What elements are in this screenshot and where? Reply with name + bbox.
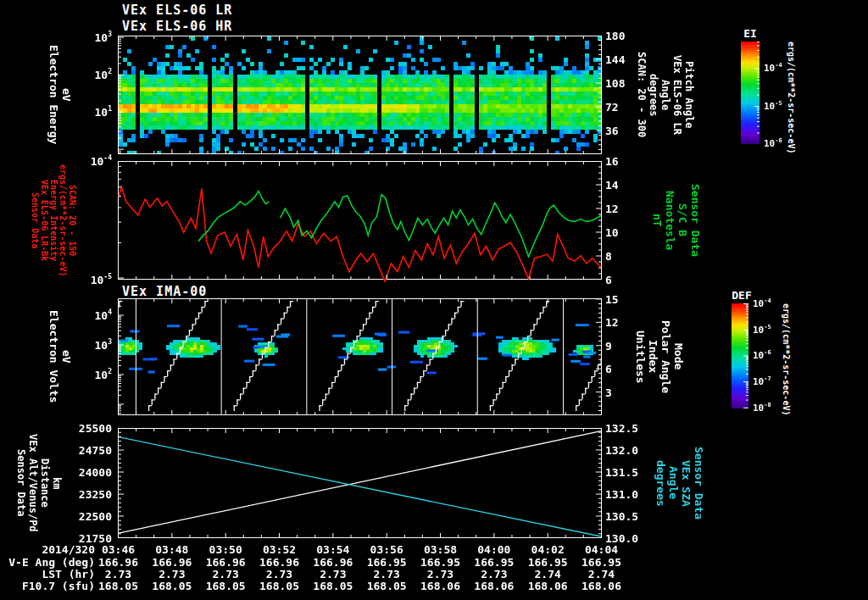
els-y-axis-label-line: Electron Energy xyxy=(47,36,60,154)
els-pitch-angle-label-line: Pitch Angle xyxy=(683,36,695,154)
els-title-line1: VEx ELS-06 LR xyxy=(122,3,232,18)
bfield-label-line: Nanotesla xyxy=(664,161,676,280)
sza-label-line: VEx SZA xyxy=(680,428,693,538)
ima-mode-label-line: Mode xyxy=(672,298,685,415)
colorbar-tick-label: 10-5 xyxy=(753,324,771,336)
distance-tick: 25500 xyxy=(32,422,112,435)
footer-value: 2.73 xyxy=(105,568,131,581)
els-pitch-tick: 144 xyxy=(605,53,665,66)
sza-tick: 132.0 xyxy=(605,444,665,457)
distance-tick: 22500 xyxy=(32,510,112,523)
els-colorbar-title: EI xyxy=(737,27,764,40)
ima-energy-tick: 104 xyxy=(32,308,112,321)
bfield-tick: 12 xyxy=(605,203,665,215)
footer-value: 166.96 xyxy=(313,556,353,569)
time-tick-label: 03:50 xyxy=(209,543,242,556)
time-tick-label: 04:02 xyxy=(531,543,565,556)
intensity-bfield-plot xyxy=(119,162,601,279)
sza-tick: 131.0 xyxy=(605,488,665,501)
footer-value: 2.73 xyxy=(374,568,400,581)
footer-value: 168.05 xyxy=(98,580,138,592)
footer-value: 2.73 xyxy=(266,568,292,581)
footer-value: 168.05 xyxy=(367,580,407,592)
time-tick-label: 03:54 xyxy=(316,543,349,556)
els-pitch-tick: 72 xyxy=(605,101,665,114)
bfield-tick: 16 xyxy=(605,155,665,168)
els-pitch-tick: 108 xyxy=(605,77,665,90)
ima-energy-tick: 103 xyxy=(32,338,112,351)
footer-row-label: V-E Ang (deg) xyxy=(0,556,95,569)
distance-tick: 24000 xyxy=(32,466,112,479)
els-y-axis-label-line: eV xyxy=(60,36,73,154)
els-energy-tick: 101 xyxy=(32,106,112,119)
time-tick-label: 03:46 xyxy=(102,543,135,556)
els-title-line2: VEx ELS-06 HR xyxy=(122,19,232,34)
footer-value: 168.05 xyxy=(152,580,192,592)
els-intensity-label-line: Sensor Data xyxy=(31,161,40,280)
els-intensity-label-line: Energy Intensity xyxy=(49,161,58,280)
footer-value: 168.05 xyxy=(259,580,299,592)
sza-label-line: Sensor Data xyxy=(693,428,705,538)
footer-value: 168.05 xyxy=(206,580,246,592)
ima-index-tick: 12 xyxy=(605,316,665,329)
ima-title: VEx IMA-00 xyxy=(122,284,207,299)
ephemeris-plot xyxy=(119,429,601,537)
els-intensity-label-line: SCAN: 20 - 150 xyxy=(68,161,77,280)
time-tick-label: 03:58 xyxy=(424,543,457,556)
time-tick-label: 04:04 xyxy=(585,543,618,556)
els-energy-tick: 102 xyxy=(32,69,112,81)
els-intensity-label-line: VEx ELS-06 LR-Bk xyxy=(40,161,49,280)
time-tick-label: 04:00 xyxy=(477,543,510,556)
footer-value: 166.96 xyxy=(259,556,299,569)
distance-tick: 23250 xyxy=(32,488,112,501)
els-colorbar xyxy=(741,42,760,144)
ima-colorbar xyxy=(732,303,748,408)
colorbar-tick-label: 10-7 xyxy=(753,375,771,387)
footer-value: 168.05 xyxy=(313,580,353,592)
sza-tick: 130.5 xyxy=(605,510,665,523)
series-distance xyxy=(119,431,601,534)
sza-label-line: Angle xyxy=(667,428,680,538)
ima-energy-tick: 102 xyxy=(32,368,112,381)
series-energy_intensity xyxy=(119,187,601,282)
ima-index-tick: 9 xyxy=(605,339,665,352)
ima-spectrogram-panel xyxy=(118,298,602,415)
series-magnetic_field_B xyxy=(198,192,270,242)
footer-value: 166.95 xyxy=(474,556,514,569)
els-intensity-label-line: ergs/(cm**2-sr-sec-eV) xyxy=(58,161,68,280)
footer-value: 166.96 xyxy=(152,556,192,569)
intensity-tick: 10-5 xyxy=(32,273,112,286)
els-spectrogram-canvas xyxy=(119,36,601,153)
ima-index-tick: 15 xyxy=(605,292,665,305)
distance-tick: 24750 xyxy=(32,444,112,457)
els-colorbar-unit: ergs/(cm**2-sr-sec-eV) xyxy=(787,42,796,144)
intensity-bfield-panel xyxy=(118,161,602,280)
distance-label-line: Sensor Data xyxy=(15,428,27,538)
footer-value: 166.95 xyxy=(528,556,568,569)
colorbar-tick-label: 10-6 xyxy=(753,350,771,362)
ephemeris-panel xyxy=(118,428,602,538)
els-energy-tick: 103 xyxy=(32,31,112,44)
footer-value: 2.73 xyxy=(213,568,239,581)
footer-value: 168.06 xyxy=(420,580,460,592)
vex-orbit-summary-plot: VEx ELS-06 LR VEx ELS-06 HR VEx IMA-00 E… xyxy=(0,0,868,600)
footer-value: 2.73 xyxy=(320,568,346,581)
footer-value: 166.96 xyxy=(98,556,138,569)
footer-value: 2.73 xyxy=(481,568,507,581)
els-intensity-label: Sensor DataVEx ELS-06 LR-BkEnergy Intens… xyxy=(31,161,77,280)
footer-value: 2.74 xyxy=(535,568,561,581)
els-pitch-angle-label-line: VEx ELS-06 LR xyxy=(671,36,683,154)
footer-value: 166.95 xyxy=(420,556,460,569)
series-solar_zenith_angle xyxy=(119,437,601,536)
footer-value: 168.06 xyxy=(474,580,514,592)
ima-index-tick: 3 xyxy=(605,386,665,398)
footer-value: 168.06 xyxy=(581,580,621,592)
colorbar-tick-label: 10-8 xyxy=(753,402,771,414)
colorbar-tick-label: 10-5 xyxy=(764,100,782,112)
footer-row-label: LST (hr) xyxy=(0,568,95,581)
footer-value: 166.95 xyxy=(367,556,407,569)
footer-value: 2.73 xyxy=(427,568,453,581)
els-pitch-tick: 36 xyxy=(605,125,665,137)
ima-index-tick: 6 xyxy=(605,363,665,375)
footer-value: 168.06 xyxy=(528,580,568,592)
